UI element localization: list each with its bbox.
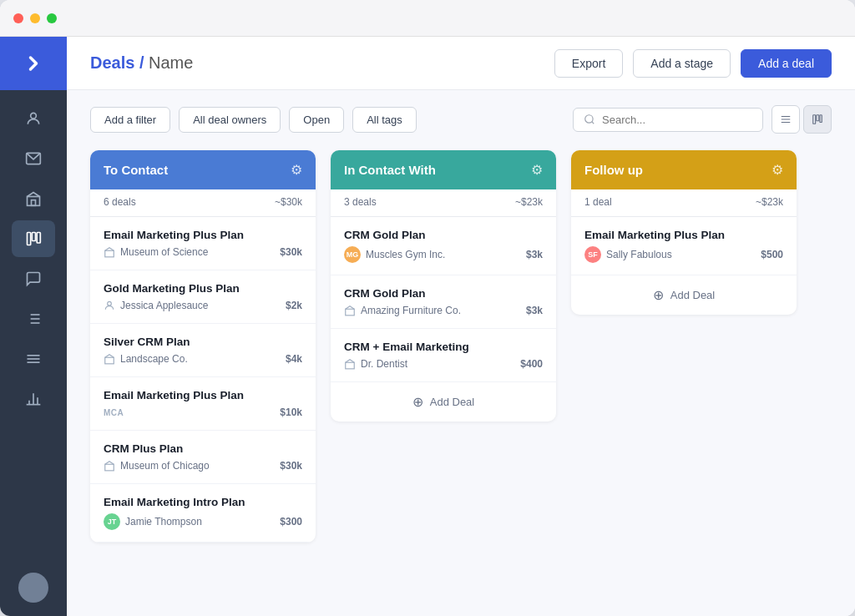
building-icon (104, 246, 115, 258)
svg-point-29 (108, 301, 112, 305)
deal-amount: $2k (286, 300, 302, 311)
table-row[interactable]: CRM Gold Plan MG Muscles Gym Inc. $3k (331, 217, 556, 275)
sidebar-item-kanban[interactable] (12, 220, 55, 257)
column-to-contact: To Contact ⚙ 6 deals ~$30k Email Marketi… (90, 150, 316, 543)
open-filter[interactable]: Open (289, 107, 344, 133)
col-title-to-contact: To Contact (104, 163, 168, 177)
table-row[interactable]: Email Marketing Plus Plan SF Sally Fabul… (571, 217, 797, 275)
deal-title: CRM Plus Plan (104, 442, 302, 455)
all-tags-filter[interactable]: All tags (352, 107, 417, 133)
sidebar-item-chart[interactable] (12, 381, 55, 417)
col-meta-to-contact: 6 deals ~$30k (90, 189, 316, 217)
sidebar (0, 37, 67, 616)
deal-amount: $3k (526, 305, 543, 316)
table-row[interactable]: Email Marketing Plus Plan MCA $10k (90, 377, 316, 431)
deal-meta: SF Sally Fabulous $500 (584, 246, 783, 263)
col-total-follow-up: ~$23k (756, 196, 783, 208)
deal-title: Email Marketing Plus Plan (104, 229, 302, 241)
deal-title: Email Marketing Plus Plan (104, 389, 302, 401)
deal-title: Silver CRM Plan (104, 336, 302, 348)
svg-rect-27 (820, 115, 822, 123)
deal-amount: $30k (280, 246, 302, 258)
svg-rect-3 (32, 200, 36, 206)
deal-org: MG Muscles Gym Inc. (344, 246, 445, 263)
view-toggle (772, 105, 832, 134)
sidebar-logo[interactable] (0, 37, 67, 90)
deal-title: CRM Gold Plan (344, 229, 543, 241)
all-deal-owners-filter[interactable]: All deal owners (179, 107, 281, 133)
deal-amount: $4k (286, 353, 302, 365)
sidebar-item-org[interactable] (12, 180, 55, 217)
add-deal-in-contact-button[interactable]: ⊕ Add Deal (331, 382, 556, 422)
col-settings-icon-to-contact[interactable]: ⚙ (291, 162, 302, 178)
deal-org: Museum of Science (104, 246, 208, 258)
kanban-board: To Contact ⚙ 6 deals ~$30k Email Marketi… (67, 144, 855, 616)
add-deal-follow-up-button[interactable]: ⊕ Add Deal (571, 275, 797, 315)
filters-bar: Add a filter All deal owners Open All ta… (67, 90, 855, 144)
maximize-button[interactable] (47, 13, 57, 23)
col-deals-count-in-contact-with: 3 deals (344, 196, 377, 208)
deal-org: Museum of Chicago (104, 460, 210, 472)
add-deal-button[interactable]: Add a deal (741, 49, 832, 78)
table-row[interactable]: Email Marketing Intro Plan JT Jamie Thom… (90, 484, 316, 543)
deal-meta: JT Jamie Thompson $300 (104, 513, 302, 530)
title-name: Name (149, 53, 193, 72)
deal-meta: Landscape Co. $4k (104, 353, 302, 365)
svg-rect-4 (28, 233, 31, 245)
svg-point-0 (31, 113, 37, 119)
deal-meta: MG Muscles Gym Inc. $3k (344, 246, 543, 263)
deal-org: JT Jamie Thompson (104, 513, 202, 530)
sidebar-item-email[interactable] (12, 140, 55, 177)
col-header-in-contact-with: In Contact With ⚙ (331, 150, 556, 189)
deal-amount: $3k (526, 249, 543, 260)
add-stage-button[interactable]: Add a stage (633, 49, 731, 78)
deal-org: SF Sally Fabulous (584, 246, 672, 263)
deal-title: CRM + Email Marketing (344, 341, 543, 353)
table-row[interactable]: CRM Plus Plan Museum of Chicago $30k (90, 431, 316, 484)
minimize-button[interactable] (30, 13, 40, 23)
svg-rect-25 (813, 115, 816, 124)
col-total-to-contact: ~$30k (275, 196, 302, 208)
search-box[interactable] (573, 108, 763, 132)
sidebar-item-contacts[interactable] (12, 100, 55, 137)
building-icon (344, 358, 356, 370)
avatar: SF (584, 246, 601, 263)
deal-meta: Museum of Science $30k (104, 246, 302, 258)
table-row[interactable]: CRM Gold Plan Amazing Furniture Co. $3k (331, 275, 556, 329)
svg-rect-26 (817, 115, 819, 121)
sidebar-item-chat[interactable] (12, 260, 55, 297)
deal-amount: $300 (280, 516, 302, 528)
deal-meta: Amazing Furniture Co. $3k (344, 305, 543, 316)
close-button[interactable] (13, 13, 23, 23)
deal-amount: $400 (520, 358, 543, 370)
sidebar-item-list[interactable] (12, 300, 55, 337)
col-meta-in-contact-with: 3 deals ~$23k (331, 189, 556, 217)
deal-org: Landscape Co. (104, 353, 188, 365)
kanban-view-button[interactable] (803, 105, 832, 134)
table-row[interactable]: Email Marketing Plus Plan Museum of Scie… (90, 217, 316, 270)
svg-point-20 (585, 115, 593, 123)
col-settings-icon-follow-up[interactable]: ⚙ (772, 162, 783, 178)
deal-meta: Dr. Dentist $400 (344, 358, 543, 370)
export-button[interactable]: Export (554, 49, 623, 78)
deal-org: Amazing Furniture Co. (344, 305, 461, 316)
table-row[interactable]: Gold Marketing Plus Plan Jessica Applesa… (90, 270, 316, 324)
deal-meta: Museum of Chicago $30k (104, 460, 302, 472)
add-filter-button[interactable]: Add a filter (90, 107, 170, 133)
col-header-to-contact: To Contact ⚙ (90, 150, 316, 189)
avatar: JT (104, 513, 120, 530)
sidebar-item-menu[interactable] (12, 341, 55, 377)
col-settings-icon-in-contact-with[interactable]: ⚙ (531, 162, 543, 178)
user-avatar[interactable] (18, 573, 48, 603)
list-view-button[interactable] (772, 105, 800, 134)
deal-title: CRM Gold Plan (344, 287, 543, 300)
building-icon (104, 353, 115, 365)
search-input[interactable] (602, 114, 752, 126)
deal-title: Gold Marketing Plus Plan (104, 282, 302, 295)
table-row[interactable]: Silver CRM Plan Landscape Co. $4k (90, 324, 316, 377)
topbar: Deals / Name Export Add a stage Add a de… (67, 37, 855, 90)
svg-rect-28 (105, 250, 114, 257)
svg-rect-31 (105, 464, 114, 471)
col-total-in-contact-with: ~$23k (515, 196, 543, 208)
table-row[interactable]: CRM + Email Marketing Dr. Dentist $400 (331, 329, 556, 382)
